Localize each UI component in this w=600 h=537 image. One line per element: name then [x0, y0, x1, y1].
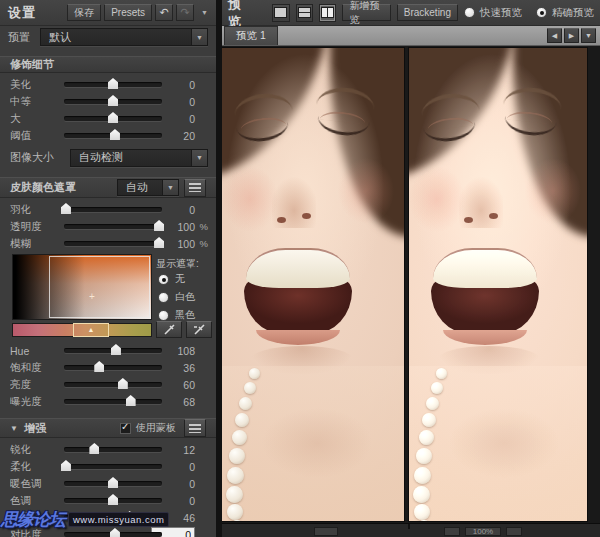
radio-option[interactable]: 黑色: [158, 308, 195, 322]
slider-track[interactable]: [64, 365, 162, 370]
save-button[interactable]: 保存: [67, 4, 101, 21]
radio-option[interactable]: 精确预览: [536, 6, 594, 20]
eyedropper-subtract-icon: [193, 323, 206, 336]
slider-thumb[interactable]: [94, 361, 104, 372]
radio-icon[interactable]: [158, 310, 169, 321]
slider-track[interactable]: [64, 133, 162, 138]
slider-thumb[interactable]: [108, 95, 118, 106]
radio-icon[interactable]: [464, 7, 475, 18]
slider-thumb[interactable]: [154, 237, 164, 248]
slider-label: 中等: [10, 95, 60, 109]
slider-track[interactable]: [64, 82, 162, 87]
panel-menu-caret-icon[interactable]: ▼: [197, 9, 210, 16]
hue-strip[interactable]: ▲: [12, 323, 152, 337]
pearl-necklace: [222, 368, 276, 521]
tab-list-dropdown-icon[interactable]: ▼: [581, 28, 596, 43]
slider-thumb[interactable]: [108, 494, 118, 505]
chevron-down-icon[interactable]: ▼: [191, 29, 207, 45]
chevron-down-icon[interactable]: ▼: [162, 180, 178, 195]
slider-track[interactable]: [64, 532, 162, 537]
mask-mode-value: 自动: [118, 180, 156, 195]
slider-thumb[interactable]: [126, 395, 136, 406]
slider-row: 亮度60: [0, 376, 216, 393]
bracketing-button[interactable]: Bracketing: [397, 4, 458, 21]
slider-thumb[interactable]: [89, 443, 99, 454]
slider-track[interactable]: [64, 207, 162, 212]
pane-divider-tick: [408, 524, 410, 529]
slider-track[interactable]: [64, 481, 162, 486]
mask-mode-dropdown[interactable]: 自动 ▼: [117, 179, 179, 196]
slider-thumb[interactable]: [61, 460, 71, 471]
eyedropper-subtract-button[interactable]: [186, 321, 212, 338]
radio-icon[interactable]: [158, 292, 169, 303]
preview-image-before[interactable]: [222, 48, 404, 521]
preview-image-after[interactable]: [409, 48, 587, 521]
layout-split-vertical-button[interactable]: [319, 4, 336, 22]
slider-thumb[interactable]: [108, 112, 118, 123]
chevron-down-icon[interactable]: ▼: [191, 150, 207, 166]
eyedropper-add-button[interactable]: [156, 321, 182, 338]
section-header-enhance: ▼ 增强 使用蒙板: [0, 418, 216, 438]
slider-value: 12: [169, 444, 195, 456]
slider-thumb[interactable]: [111, 344, 121, 355]
layout-single-button[interactable]: [272, 4, 289, 22]
slider-unit: %: [195, 221, 208, 232]
radio-icon[interactable]: [536, 7, 547, 18]
slider-label: 柔化: [10, 460, 60, 474]
radio-option[interactable]: 快速预览: [464, 6, 522, 20]
redo-icon[interactable]: ↷: [176, 4, 194, 21]
pan-tool-button[interactable]: [314, 527, 338, 536]
slider-thumb[interactable]: [154, 220, 164, 231]
slider-track[interactable]: [64, 399, 162, 404]
zoom-out-button[interactable]: [444, 527, 460, 536]
use-mask-checkbox[interactable]: [120, 423, 131, 434]
slider-row: 暖色调0: [0, 475, 216, 492]
radio-option[interactable]: 白色: [158, 290, 195, 304]
slider-track[interactable]: [64, 348, 162, 353]
slider-row: 模糊100%: [0, 235, 216, 252]
slider-thumb[interactable]: [118, 378, 128, 389]
presets-button[interactable]: Presets: [104, 4, 152, 21]
slider-track[interactable]: [64, 464, 162, 469]
slider-track[interactable]: [64, 447, 162, 452]
preset-dropdown[interactable]: 默认 ▼: [40, 28, 208, 46]
image-size-dropdown[interactable]: 自动检测 ▼: [70, 149, 208, 167]
tab-scroll-left-icon[interactable]: ◀: [547, 28, 562, 43]
slider-track[interactable]: [64, 498, 162, 503]
hue-selection-bracket[interactable]: ▲: [73, 323, 109, 337]
slider-value: 100: [169, 221, 195, 233]
color-selection-rect[interactable]: [49, 256, 150, 318]
slider-thumb[interactable]: [61, 203, 71, 214]
layout-split-horizontal-button[interactable]: [296, 4, 313, 22]
slider-thumb[interactable]: [110, 129, 120, 140]
radio-label: 无: [175, 272, 185, 286]
zoom-level-display: 100%: [465, 527, 501, 536]
slider-value: 0: [169, 495, 195, 507]
slider-thumb[interactable]: [108, 78, 118, 89]
use-mask-label: 使用蒙板: [136, 421, 176, 435]
slider-track[interactable]: [64, 224, 162, 229]
zoom-in-button[interactable]: [506, 527, 522, 536]
undo-icon[interactable]: ↶: [155, 4, 173, 21]
tab-scroll-right-icon[interactable]: ▶: [564, 28, 579, 43]
slider-label: 色调: [10, 494, 60, 508]
enhance-panel-menu-button[interactable]: [184, 419, 206, 437]
settings-header: 设置 保存 Presets ↶ ↷ ▼: [0, 0, 216, 26]
collapse-triangle-icon[interactable]: ▼: [10, 424, 18, 433]
slider-track[interactable]: [64, 382, 162, 387]
radio-icon[interactable]: [158, 274, 169, 285]
new-preview-button[interactable]: 新增预览: [342, 4, 390, 21]
section-header-skin-mask: 皮肤颜色遮罩 自动 ▼: [0, 177, 216, 198]
slider-track[interactable]: [64, 99, 162, 104]
slider-thumb[interactable]: [108, 477, 118, 488]
slider-track[interactable]: [64, 241, 162, 246]
watermark: 思缘论坛 www.missyuan.com: [1, 508, 169, 531]
laughing-mouth: [239, 242, 361, 344]
mask-panel-menu-button[interactable]: [184, 179, 206, 197]
layout-split-horizontal-icon: [298, 7, 311, 18]
color-gradient-box[interactable]: +: [12, 254, 152, 320]
tab-preview-1[interactable]: 预览 1: [224, 26, 278, 45]
laughing-mouth: [426, 242, 548, 344]
slider-track[interactable]: [64, 116, 162, 121]
radio-option[interactable]: 无: [158, 272, 195, 286]
